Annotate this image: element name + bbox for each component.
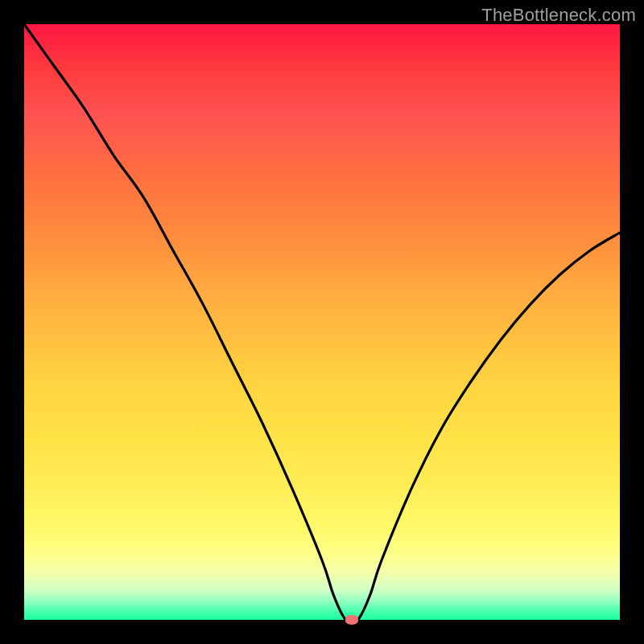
chart-container: TheBottleneck.com bbox=[0, 0, 644, 644]
bottleneck-curve bbox=[24, 24, 620, 623]
curve-svg bbox=[24, 24, 620, 620]
plot-area bbox=[24, 24, 620, 620]
optimal-point-marker bbox=[345, 615, 358, 625]
watermark-text: TheBottleneck.com bbox=[481, 5, 636, 26]
